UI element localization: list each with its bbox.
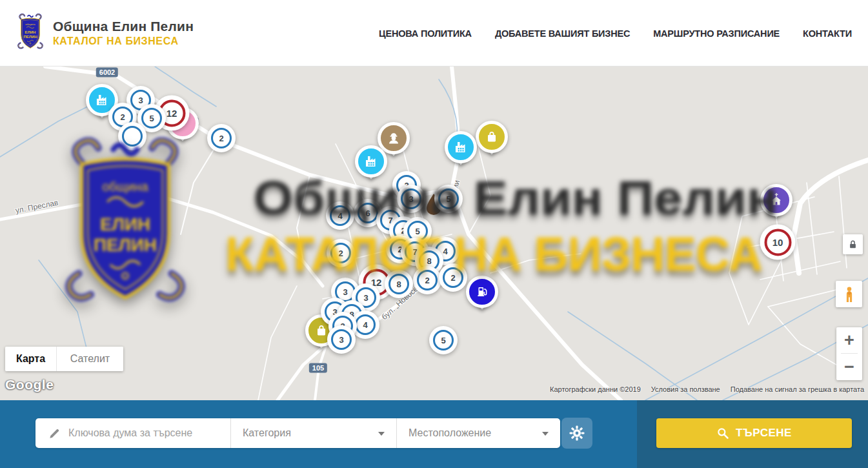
attribution-copyright: Картографски данни ©2019	[550, 385, 641, 393]
advanced-settings-button[interactable]	[561, 418, 592, 449]
main-nav: ЦЕНОВА ПОЛИТИКАДОБАВЕТЕ ВАШИЯТ БИЗНЕСМАР…	[379, 0, 852, 66]
map-type-satellite-button[interactable]: Сателит	[57, 347, 123, 371]
cluster-marker[interactable]: 5	[429, 326, 458, 354]
road-badge: 6002	[96, 68, 118, 77]
cluster-count: 5	[433, 330, 454, 351]
cluster-marker[interactable]: 2	[439, 263, 467, 292]
cluster-count: 3	[331, 329, 352, 350]
municipality-crest-icon: община ЕЛИН ПЕЛИН	[14, 14, 46, 52]
location-placeholder: Местоположение	[409, 427, 491, 439]
category-placeholder: Категория	[243, 427, 291, 439]
header: община ЕЛИН ПЕЛИН Община Елин Пелин КАТА…	[0, 0, 868, 66]
zoom-out-button[interactable]: −	[836, 354, 862, 380]
logo-subtitle: КАТАЛОГ НА БИЗНЕСА	[53, 36, 194, 47]
map-canvas[interactable]: ул. Преславбул. „Новоселции6002105	[0, 66, 868, 400]
nav-link-0[interactable]: ЦЕНОВА ПОЛИТИКА	[379, 28, 472, 39]
shopping-bag-pin[interactable]	[476, 121, 508, 153]
padlock-icon	[848, 239, 858, 249]
pegman-icon	[842, 286, 856, 303]
search-submit-button[interactable]: ТЪРСЕНЕ	[656, 418, 852, 448]
nav-link-3[interactable]: КОНТАКТИ	[803, 28, 852, 39]
search-button-label: ТЪРСЕНЕ	[736, 427, 792, 440]
google-logo[interactable]: Google	[5, 377, 54, 392]
pin-circle	[355, 145, 387, 178]
pin-circle	[476, 121, 508, 153]
zoom-in-button[interactable]: +	[836, 327, 862, 353]
cluster-count	[122, 126, 143, 147]
fuel-pin[interactable]	[466, 276, 498, 308]
cluster-marker[interactable]: 2	[413, 266, 441, 294]
cluster-count: 6	[358, 203, 378, 223]
cluster-count: 3	[401, 188, 421, 209]
svg-text:ЕЛИН: ЕЛИН	[25, 30, 36, 34]
map-type-control: Карта Сателит	[5, 347, 123, 371]
lock-button[interactable]	[843, 234, 863, 254]
map-attribution: Картографски данни ©2019 Условия за полз…	[550, 385, 864, 393]
cluster-marker[interactable]: 3	[397, 185, 425, 213]
cluster-count: 2	[330, 243, 351, 263]
nav-link-1[interactable]: ДОБАВЕТЕ ВАШИЯТ БИЗНЕС	[495, 28, 630, 39]
search-bar: Категория Местоположение	[0, 400, 868, 468]
site-logo[interactable]: община ЕЛИН ПЕЛИН Община Елин Пелин КАТА…	[14, 14, 194, 52]
svg-text:община: община	[25, 23, 35, 26]
church-pin[interactable]	[760, 184, 792, 216]
nav-link-2[interactable]: МАРШРУТНО РАЗПИСАНИЕ	[653, 28, 780, 39]
cluster-marker[interactable]	[118, 122, 146, 150]
pin-circle	[445, 131, 477, 163]
factory-pin[interactable]	[445, 131, 477, 163]
map-type-map-button[interactable]: Карта	[5, 347, 57, 371]
chevron-down-icon	[542, 432, 549, 436]
cluster-marker[interactable]: 2	[327, 239, 355, 267]
attribution-terms-link[interactable]: Условия за ползване	[651, 385, 720, 393]
keyword-field[interactable]	[35, 418, 231, 448]
cluster-marker[interactable]: 2	[207, 124, 236, 152]
location-select[interactable]: Местоположение	[397, 418, 560, 448]
factory-pin[interactable]	[355, 145, 387, 178]
cluster-marker[interactable]: 10	[760, 225, 796, 260]
cluster-count: 4	[355, 314, 376, 335]
pin-circle	[466, 276, 498, 308]
cluster-marker[interactable]: 5	[434, 185, 463, 213]
logo-text: Община Елин Пелин КАТАЛОГ НА БИЗНЕСА	[53, 19, 194, 47]
cluster-marker[interactable]: 4	[326, 201, 354, 230]
cluster-count: 10	[764, 229, 791, 256]
road-badge: 105	[309, 363, 327, 373]
attribution-report-link[interactable]: Подаване на сигнал за грешка в картата	[731, 385, 864, 393]
cluster-count: 4	[330, 205, 350, 226]
search-icon	[716, 427, 729, 440]
cluster-marker[interactable]: 8	[385, 270, 413, 298]
pin-circle	[760, 184, 792, 216]
street-view-pegman[interactable]	[836, 281, 862, 307]
cluster-count: 5	[438, 188, 459, 209]
zoom-control: + −	[836, 327, 862, 380]
cluster-count: 8	[389, 274, 409, 294]
pencil-icon	[48, 427, 61, 440]
cluster-count: 5	[141, 108, 162, 128]
chevron-down-icon	[378, 432, 385, 436]
search-form: Категория Местоположение	[35, 418, 560, 448]
logo-title: Община Елин Пелин	[53, 19, 194, 34]
keyword-input[interactable]	[68, 427, 223, 439]
cluster-count: 2	[211, 128, 232, 148]
page: община ЕЛИН ПЕЛИН Община Елин Пелин КАТА…	[0, 0, 868, 468]
cluster-count: 2	[443, 267, 463, 288]
gear-icon	[569, 425, 585, 441]
cluster-marker[interactable]: 3	[327, 325, 356, 354]
svg-text:ПЕЛИН: ПЕЛИН	[23, 35, 37, 39]
cluster-count: 2	[417, 270, 438, 290]
category-select[interactable]: Категория	[231, 418, 397, 448]
